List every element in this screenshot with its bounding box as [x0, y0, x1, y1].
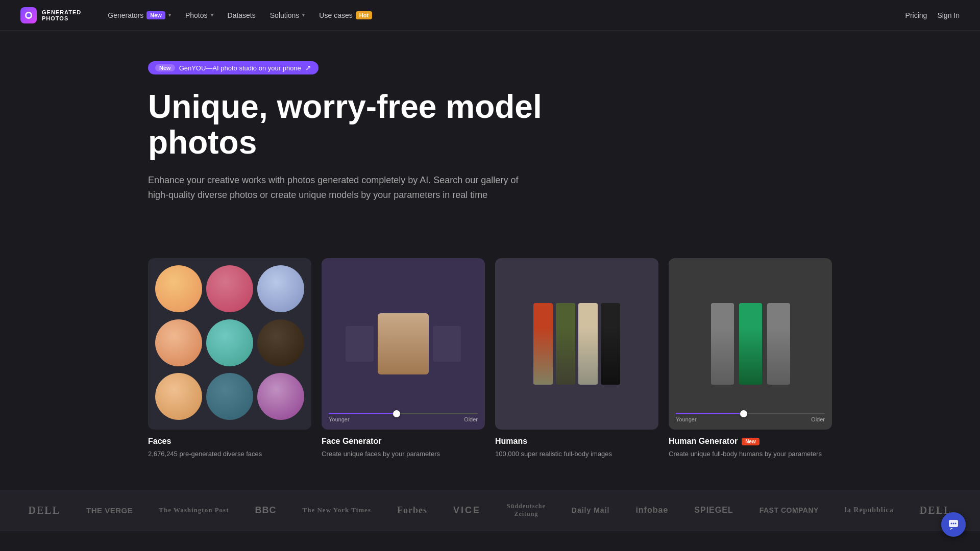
humangen-fig-left — [711, 303, 734, 385]
card-humans-title: Humans — [495, 437, 658, 446]
svg-point-5 — [955, 523, 957, 524]
nav-label-usecases: Use cases — [319, 11, 352, 19]
nav-links: Generators New ▾ Photos ▾ Datasets Solut… — [102, 8, 905, 22]
nav-badge-hot-usecases: Hot — [356, 11, 372, 19]
card-humans-desc: 100,000 super realistic full-body images — [495, 449, 658, 459]
face-circle-2 — [206, 265, 253, 312]
hero-section: New GenYOU—AI photo studio on your phone… — [0, 0, 980, 258]
card-human-gen-title: Human Generator New — [669, 437, 832, 446]
card-humans[interactable]: Humans 100,000 super realistic full-body… — [495, 258, 658, 459]
face-circle-1 — [155, 265, 202, 312]
human-gen-slider[interactable]: Younger Older — [676, 413, 825, 422]
card-human-generator[interactable]: Younger Older Human Generator New Create… — [669, 258, 832, 459]
face-circle-4 — [155, 319, 202, 366]
feature-cards-grid: Faces 2,676,245 pre-generated diverse fa… — [0, 258, 980, 459]
logo-washington-post: The Washington Post — [159, 506, 229, 514]
logo-vice: VICE — [453, 505, 481, 516]
slider-left-label: Younger — [329, 416, 350, 422]
chevron-down-icon-photos: ▾ — [211, 12, 213, 18]
hero-subtitle: Enhance your creative works with photos … — [148, 173, 536, 203]
arrow-icon: ↗ — [305, 64, 311, 72]
chat-icon — [948, 519, 959, 530]
human-gen-slider-right: Older — [811, 416, 825, 422]
card-human-gen-badge: New — [742, 438, 760, 445]
humangen-fig-center — [739, 303, 762, 385]
chevron-down-icon: ▾ — [168, 12, 171, 18]
slider-right-label: Older — [464, 416, 478, 422]
logo-bbc: BBC — [255, 505, 277, 516]
face-circle-8 — [206, 373, 253, 420]
logo[interactable]: GENERATED PHOTOS — [20, 7, 81, 23]
logo-icon — [20, 7, 37, 23]
chevron-down-icon-solutions: ▾ — [302, 12, 305, 18]
nav-item-datasets[interactable]: Datasets — [222, 8, 262, 22]
nav-item-photos[interactable]: Photos ▾ — [179, 8, 219, 22]
logo-forbes: Forbes — [397, 505, 427, 516]
pill-badge: New — [155, 64, 175, 71]
humangen-fig-right — [767, 303, 790, 385]
face-gen-side-left — [346, 326, 374, 362]
card-human-gen-image: Younger Older — [669, 258, 832, 430]
card-face-gen-image: Younger Older — [322, 258, 485, 430]
face-circle-5 — [206, 319, 253, 366]
human-gen-slider-left: Younger — [676, 416, 697, 422]
human-fig-4 — [601, 303, 620, 385]
card-humans-image — [495, 258, 658, 430]
card-face-generator[interactable]: Younger Older Face Generator Create uniq… — [322, 258, 485, 459]
nav-item-solutions[interactable]: Solutions ▾ — [264, 8, 311, 22]
card-faces-title: Faces — [148, 437, 311, 446]
logo-daily-mail: Daily Mail — [572, 506, 610, 514]
logo-infobae: infobae — [635, 506, 668, 515]
nav-label-generators: Generators — [108, 11, 143, 19]
navbar: GENERATED PHOTOS Generators New ▾ Photos… — [0, 0, 980, 31]
pill-text: GenYOU—AI photo studio on your phone — [179, 64, 301, 72]
card-faces[interactable]: Faces 2,676,245 pre-generated diverse fa… — [148, 258, 311, 459]
face-circle-3 — [257, 265, 304, 312]
human-fig-3 — [578, 303, 598, 385]
logo-new-york-times: The New York Times — [303, 506, 371, 514]
nav-signin-link[interactable]: Sign In — [937, 11, 960, 19]
logo-la-repubblica: la Repubblica — [845, 506, 894, 514]
nav-item-generators[interactable]: Generators New ▾ — [102, 8, 177, 22]
logo-fast-company: FAST COMPANY — [760, 506, 819, 514]
press-logos-bar: DELL THE VERGE The Washington Post BBC T… — [0, 490, 980, 531]
human-fig-1 — [533, 303, 553, 385]
nav-pricing-link[interactable]: Pricing — [905, 11, 927, 19]
nav-label-datasets: Datasets — [228, 11, 256, 19]
hero-pill-cta[interactable]: New GenYOU—AI photo studio on your phone… — [148, 61, 318, 74]
logo-text-line2: PHOTOS — [42, 15, 81, 21]
logo-the-verge: THE VERGE — [86, 506, 133, 515]
logo-sueddeutsche-zeitung: SüddeutscheZeitung — [507, 503, 546, 518]
face-gen-slider[interactable]: Younger Older — [329, 413, 478, 422]
logo-spiegel: SPIEGEL — [694, 506, 733, 515]
card-faces-desc: 2,676,245 pre-generated diverse faces — [148, 449, 311, 459]
chat-support-button[interactable] — [941, 512, 966, 537]
card-human-gen-desc: Create unique full-body humans by your p… — [669, 449, 832, 459]
svg-point-4 — [953, 523, 954, 524]
face-circle-6 — [257, 319, 304, 366]
svg-point-1 — [27, 13, 31, 17]
human-fig-2 — [556, 303, 575, 385]
card-face-gen-desc: Create unique faces by your parameters — [322, 449, 485, 459]
card-face-gen-title: Face Generator — [322, 437, 485, 446]
nav-badge-new-generators: New — [146, 11, 165, 19]
face-circle-7 — [155, 373, 202, 420]
svg-point-3 — [951, 523, 952, 524]
nav-label-photos: Photos — [185, 11, 208, 19]
nav-label-solutions: Solutions — [270, 11, 300, 19]
logo-text-line1: GENERATED — [42, 9, 81, 15]
face-circle-9 — [257, 373, 304, 420]
nav-right: Pricing Sign In — [905, 11, 960, 19]
card-faces-image — [148, 258, 311, 430]
face-gen-main — [378, 313, 429, 374]
face-gen-side-right — [433, 326, 461, 362]
hero-title: Unique, worry-free model photos — [148, 89, 556, 161]
nav-item-usecases[interactable]: Use cases Hot — [313, 8, 378, 22]
logo-dell-1: DELL — [29, 505, 60, 516]
